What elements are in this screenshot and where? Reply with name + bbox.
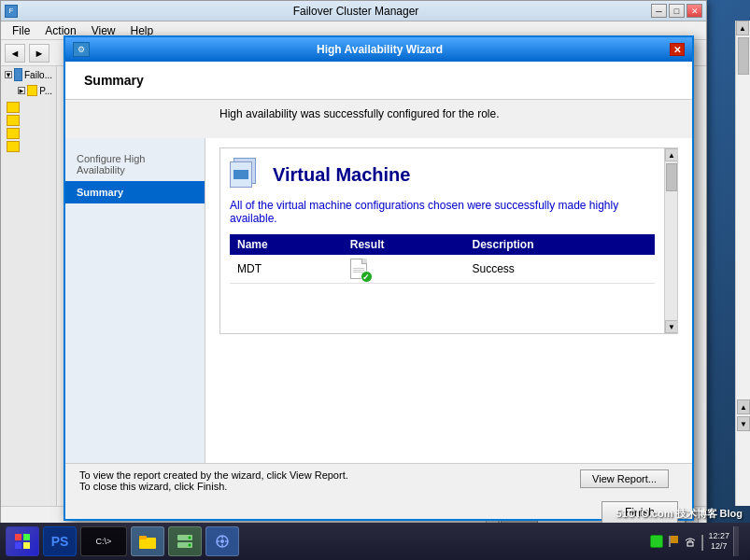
outer-arrow-group: ▲ ▼ bbox=[737, 399, 750, 431]
svg-rect-1 bbox=[23, 534, 30, 540]
outer-scroll-area bbox=[736, 37, 750, 75]
sidebar-folder-1 bbox=[7, 102, 20, 113]
outer-scroll-down-2[interactable]: ▼ bbox=[737, 416, 750, 431]
server-icon bbox=[177, 534, 193, 549]
tray-flag-icon[interactable] bbox=[667, 535, 680, 548]
report-text: To view the report created by the wizard… bbox=[79, 469, 580, 492]
inner-panel: ▲ ▼ bbox=[219, 147, 678, 334]
cluster-icon bbox=[214, 534, 231, 549]
windows-icon bbox=[14, 533, 31, 550]
sidebar: ▼ Failo... ► P... bbox=[1, 66, 57, 506]
sidebar-sub: ► P... bbox=[1, 83, 56, 98]
inner-scroll-down[interactable]: ▼ bbox=[665, 320, 678, 333]
report-line2: To close this wizard, click Finish. bbox=[79, 481, 580, 492]
success-message-area: High availability was successfully confi… bbox=[65, 100, 692, 138]
vm-section: Virtual Machine All of the virtual machi… bbox=[220, 148, 664, 293]
wizard-icon: ⚙ bbox=[73, 42, 90, 57]
sidebar-folder-4 bbox=[7, 141, 20, 152]
sidebar-folder-2 bbox=[7, 115, 20, 126]
table-body: MDT bbox=[230, 255, 655, 284]
outer-scroll-thumb[interactable] bbox=[738, 37, 749, 75]
inner-scrollbar: ▲ ▼ bbox=[664, 148, 677, 333]
svg-rect-0 bbox=[15, 534, 21, 540]
col-description: Description bbox=[465, 234, 656, 255]
sidebar-p-label: P... bbox=[39, 86, 52, 96]
outer-scroll-up[interactable]: ▲ bbox=[736, 21, 749, 35]
document-icon: ✓ bbox=[350, 259, 367, 279]
wizard-close-button[interactable]: ✕ bbox=[670, 43, 685, 56]
step-summary[interactable]: Summary bbox=[65, 181, 205, 203]
system-tray: | 12:27 12/7 bbox=[650, 526, 739, 556]
vm-icon bbox=[230, 158, 263, 191]
minimize-button[interactable]: ─ bbox=[651, 4, 667, 18]
svg-rect-17 bbox=[669, 536, 671, 547]
inner-scroll-track bbox=[665, 161, 677, 320]
svg-point-9 bbox=[189, 544, 191, 547]
start-button[interactable] bbox=[6, 526, 39, 556]
clock-time: 12:27 bbox=[708, 531, 729, 541]
svg-point-11 bbox=[220, 539, 224, 543]
outer-scroll-down-1[interactable]: ▲ bbox=[737, 399, 750, 414]
step-configure[interactable]: Configure High Availability bbox=[65, 147, 205, 181]
wizard-footer: To view the report created by the wizard… bbox=[65, 463, 692, 519]
svg-point-8 bbox=[189, 537, 191, 539]
close-button[interactable]: ✕ bbox=[686, 4, 702, 18]
vm-success-text: All of the virtual machine configuration… bbox=[230, 199, 655, 225]
svg-rect-18 bbox=[687, 542, 693, 546]
vm-title: Virtual Machine bbox=[273, 164, 410, 186]
taskbar-server-manager[interactable] bbox=[168, 526, 202, 556]
sidebar-failover-label: Failo... bbox=[24, 70, 52, 80]
table-header: Name Result Description bbox=[230, 234, 655, 255]
col-name: Name bbox=[230, 234, 343, 255]
tray-security-icon[interactable] bbox=[650, 535, 663, 548]
inner-scroll-up[interactable]: ▲ bbox=[665, 148, 678, 161]
wizard-body: Configure High Availability Summary ▲ ▼ bbox=[65, 138, 692, 493]
taskbar-right: | 12:27 12/7 bbox=[650, 526, 746, 556]
collapse-icon[interactable]: ▼ bbox=[5, 71, 12, 78]
server-icon bbox=[14, 68, 22, 81]
taskbar-failover[interactable] bbox=[205, 526, 239, 556]
cmd-icon: C:\> bbox=[96, 537, 112, 546]
watermark: 51CTO.com 技术博客 Blog bbox=[616, 507, 743, 521]
main-window-title: Failover Cluster Manager bbox=[61, 5, 651, 18]
show-desktop-btn[interactable] bbox=[733, 526, 739, 556]
tray-network-icon[interactable] bbox=[684, 535, 697, 548]
table-header-row: Name Result Description bbox=[230, 234, 655, 255]
desktop: F Failover Cluster Manager ─ □ ✕ File Ac… bbox=[0, 0, 750, 560]
expand-icon[interactable]: ► bbox=[18, 87, 25, 94]
view-report-button[interactable]: View Report... bbox=[580, 469, 669, 488]
main-title-bar: F Failover Cluster Manager ─ □ ✕ bbox=[1, 1, 706, 21]
wizard-title: High Availability Wizard bbox=[90, 43, 670, 56]
taskbar-cmd[interactable]: C:\> bbox=[80, 526, 127, 556]
report-line1: To view the report created by the wizard… bbox=[79, 469, 580, 481]
report-section: To view the report created by the wizard… bbox=[65, 464, 692, 497]
check-icon: ✓ bbox=[361, 271, 373, 283]
wizard-header-title: Summary bbox=[84, 73, 673, 88]
folder-icon bbox=[27, 85, 37, 96]
col-result: Result bbox=[343, 234, 465, 255]
outer-scrollbar: ▲ ▲ ▼ bbox=[735, 21, 750, 506]
back-button[interactable]: ◄ bbox=[5, 44, 25, 63]
powershell-icon: PS bbox=[51, 534, 69, 549]
taskbar-explorer[interactable] bbox=[131, 526, 164, 556]
result-table: Name Result Description MDT bbox=[230, 234, 655, 284]
sidebar-p-item[interactable]: ► P... bbox=[14, 83, 56, 98]
result-icon-container: ✓ bbox=[350, 259, 378, 279]
menu-file[interactable]: File bbox=[5, 22, 37, 39]
forward-button[interactable]: ► bbox=[29, 44, 50, 63]
sidebar-folder-3 bbox=[7, 128, 20, 139]
clock-date: 12/7 bbox=[708, 541, 729, 552]
sidebar-more bbox=[1, 102, 56, 152]
taskbar-clock: 12:27 12/7 bbox=[708, 531, 729, 552]
inner-scroll-thumb[interactable] bbox=[666, 163, 677, 191]
row-result: ✓ bbox=[343, 255, 465, 284]
sidebar-failover[interactable]: ▼ Failo... bbox=[1, 66, 56, 83]
maximize-button[interactable]: □ bbox=[669, 4, 685, 18]
row-name: MDT bbox=[230, 255, 343, 284]
wizard-dialog: ⚙ High Availability Wizard ✕ Summary Hig… bbox=[64, 35, 694, 521]
taskbar: PS C:\> bbox=[0, 523, 750, 560]
window-controls: ─ □ ✕ bbox=[651, 4, 702, 18]
steps-panel: Configure High Availability Summary bbox=[65, 138, 205, 493]
taskbar-powershell[interactable]: PS bbox=[43, 526, 77, 556]
wizard-title-bar: ⚙ High Availability Wizard ✕ bbox=[65, 37, 692, 62]
